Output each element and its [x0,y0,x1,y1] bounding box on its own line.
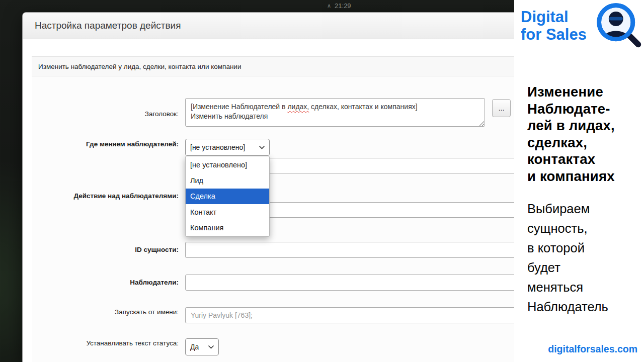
chevron-down-icon [208,345,214,349]
chevron-up-icon: ∧ [327,3,331,9]
title-text-fragment: [Изменение Наблюдателей в [191,103,287,111]
title-text-fragment: сделках, контактах и компаниях] [309,103,417,111]
entity-select[interactable]: [не установлено] [185,139,270,156]
entity-id-input[interactable] [185,242,518,258]
more-button[interactable]: ... [492,99,511,117]
taskbar-clock: ∧ 21:29 [327,2,351,10]
run-as-label: Запускать от имени: [23,308,179,316]
sidebar-heading: Изменение Наблюдате- лей в лидах, сделка… [527,83,615,185]
brand-logo-magnifier-icon [595,1,643,49]
status-text-label: Устанавливать текст статуса: [23,339,179,347]
run-as-input[interactable] [185,307,518,323]
dropdown-option[interactable]: Сделка [186,189,269,204]
observers-label: Наблюдатели: [23,278,179,287]
entity-label: Где меняем наблюдателей: [23,140,179,148]
dialog-title: Настройка параметров действия [35,20,181,31]
title-textarea[interactable]: [Изменение Наблюдателей в лидах, сделках… [185,98,485,127]
misspelled-word: лидах, [287,103,309,111]
entity-id-label: ID сущности: [23,245,179,254]
dropdown-option[interactable]: [не установлено] [186,157,269,172]
promo-sidebar: Digital for Sales Изменение Наблюдате- л… [514,0,644,362]
dropdown-option[interactable]: Контакт [186,204,269,220]
entity-select-value: [не установлено] [190,143,245,151]
brand-name: Digital for Sales [521,8,587,43]
entity-dropdown-list: [не установлено] Лид Сделка Контакт Комп… [185,156,270,237]
dropdown-option[interactable]: Лид [186,172,269,188]
title-line1: [Изменение Наблюдателей в лидах, сделках… [191,102,479,112]
sidebar-note: Выбираем сущность, в которой будет менят… [527,199,608,317]
chevron-down-icon [259,146,265,149]
status-text-select[interactable]: Да [185,338,219,355]
title-label: Заголовок: [23,110,179,118]
status-select-value: Да [190,343,199,351]
dropdown-option[interactable]: Компания [186,220,269,236]
title-line2: Изменить наблюдателя [191,112,479,121]
observers-input[interactable] [185,275,518,291]
website-url: digitalforsales.com [548,343,637,355]
action-label: Действие над наблюдателями: [23,192,179,200]
clock-time: 21:29 [335,2,351,10]
